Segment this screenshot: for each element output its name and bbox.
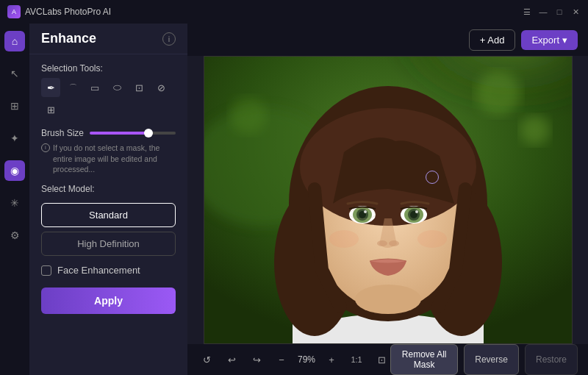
selection-tools-section: Selection Tools: ✒ ⌒ ▭ ⬭ ⊡ ⊘ ⊞ (41, 63, 176, 119)
zoom-controls: ↺ ↩ ↪ − 79% + 1:1 ⊡ (198, 351, 390, 368)
menu-icon[interactable]: ☰ (522, 7, 532, 17)
undo1-button[interactable]: ↺ (198, 351, 215, 368)
ellipse-tool[interactable]: ⬭ (107, 78, 126, 97)
svg-point-25 (377, 240, 387, 246)
svg-point-4 (520, 115, 550, 145)
selection-tools-label: Selection Tools: (41, 63, 176, 74)
portrait-svg (204, 57, 572, 343)
photo-placeholder (204, 57, 572, 343)
add-button[interactable]: + Add (469, 29, 516, 51)
sidebar-item-settings[interactable]: ⚙ (4, 225, 25, 246)
brush-slider-thumb[interactable] (144, 129, 153, 138)
svg-point-24 (415, 210, 418, 213)
app-title: AVCLabs PhotoPro AI (25, 7, 111, 17)
sidebar-item-face[interactable]: ◉ (4, 160, 25, 181)
photo-container (204, 56, 573, 344)
svg-point-29 (355, 285, 421, 314)
magic-tool[interactable]: ⊞ (41, 100, 60, 119)
brush-size-label: Brush Size (41, 128, 84, 138)
svg-point-28 (417, 230, 447, 248)
sidebar-item-cursor[interactable]: ↖ (4, 63, 25, 84)
info-icon[interactable]: i (162, 32, 176, 46)
remove-all-mask-button[interactable]: Remove All Mask (390, 344, 458, 375)
brush-row: Brush Size (41, 128, 176, 138)
undo2-button[interactable]: ↩ (223, 351, 240, 368)
svg-point-18 (364, 210, 367, 213)
sidebar-item-home[interactable]: ⌂ (4, 31, 25, 51)
canvas-area (187, 56, 588, 344)
bottom-toolbar: ↺ ↩ ↪ − 79% + 1:1 ⊡ Remove All Mask Reve… (187, 344, 588, 375)
face-enhancement-checkbox[interactable] (41, 265, 51, 276)
model-section: Select Model: Standard High Definition (41, 184, 176, 256)
model-label: Select Model: (41, 184, 176, 194)
face-enhancement-label: Face Enhancement (57, 265, 140, 276)
zoom-in-button[interactable]: + (323, 351, 340, 368)
lasso-tool[interactable]: ⌒ (63, 78, 82, 97)
mask-tool[interactable]: ⊘ (151, 78, 171, 97)
export-chevron-icon: ▾ (562, 35, 567, 46)
titlebar-controls: ☰ — □ ✕ (522, 7, 581, 17)
pen-tool[interactable]: ✒ (41, 78, 60, 97)
main-layout: ⌂ ↖ ⊞ ✦ ◉ ✳ ⚙ Enhance i Selection Tools:… (0, 24, 588, 375)
left-panel: Enhance i Selection Tools: ✒ ⌒ ▭ ⬭ ⊡ ⊘ ⊞ (29, 24, 187, 375)
svg-point-26 (389, 240, 399, 246)
panel-content: Selection Tools: ✒ ⌒ ▭ ⬭ ⊡ ⊘ ⊞ Brush Siz… (29, 54, 187, 375)
export-label: Export (531, 35, 559, 46)
svg-point-3 (476, 71, 520, 115)
reverse-button[interactable]: Reverse (464, 344, 519, 375)
zoom-out-button[interactable]: − (273, 351, 290, 368)
hd-model-button[interactable]: High Definition (41, 232, 176, 256)
ratio-button[interactable]: 1:1 (348, 351, 365, 368)
svg-point-5 (230, 97, 267, 134)
face-enhancement-row: Face Enhancement (41, 265, 176, 276)
top-bar: + Add Export ▾ (187, 24, 588, 56)
export-button[interactable]: Export ▾ (521, 30, 578, 50)
icon-sidebar: ⌂ ↖ ⊞ ✦ ◉ ✳ ⚙ (0, 24, 29, 375)
panel-header: Enhance i (29, 24, 187, 54)
minimize-button[interactable]: — (538, 7, 548, 17)
action-buttons: Remove All Mask Reverse Restore (390, 344, 578, 375)
brush-info-text: If you do not select a mask, the entire … (53, 143, 176, 175)
brush-slider[interactable] (90, 132, 176, 135)
sidebar-item-layers[interactable]: ⊞ (4, 96, 25, 116)
fit-button[interactable]: ⊡ (373, 351, 390, 368)
cursor-circle (426, 171, 439, 184)
brush-section: Brush Size i If you do not select a mask… (41, 128, 176, 175)
rect-tool[interactable]: ▭ (85, 78, 104, 97)
brush-info: i If you do not select a mask, the entir… (41, 143, 176, 175)
sidebar-item-enhance[interactable]: ✦ (4, 128, 25, 149)
brush-info-icon: i (41, 143, 50, 152)
panel-title: Enhance (41, 31, 96, 46)
main-content: + Add Export ▾ (187, 24, 588, 375)
svg-point-27 (329, 230, 359, 248)
image-tool[interactable]: ⊡ (129, 78, 148, 97)
app-icon: A (7, 5, 21, 18)
standard-model-button[interactable]: Standard (41, 203, 176, 227)
restore-button[interactable]: Restore (525, 344, 578, 375)
selection-tools-bar: ✒ ⌒ ▭ ⬭ ⊡ ⊘ ⊞ (41, 78, 176, 119)
redo-button[interactable]: ↪ (248, 351, 265, 368)
apply-button[interactable]: Apply (41, 288, 176, 314)
maximize-button[interactable]: □ (554, 7, 564, 17)
zoom-value: 79% (298, 354, 315, 365)
sidebar-item-effects[interactable]: ✳ (4, 193, 25, 213)
close-button[interactable]: ✕ (570, 7, 581, 17)
titlebar: A AVCLabs PhotoPro AI ☰ — □ ✕ (0, 0, 588, 24)
